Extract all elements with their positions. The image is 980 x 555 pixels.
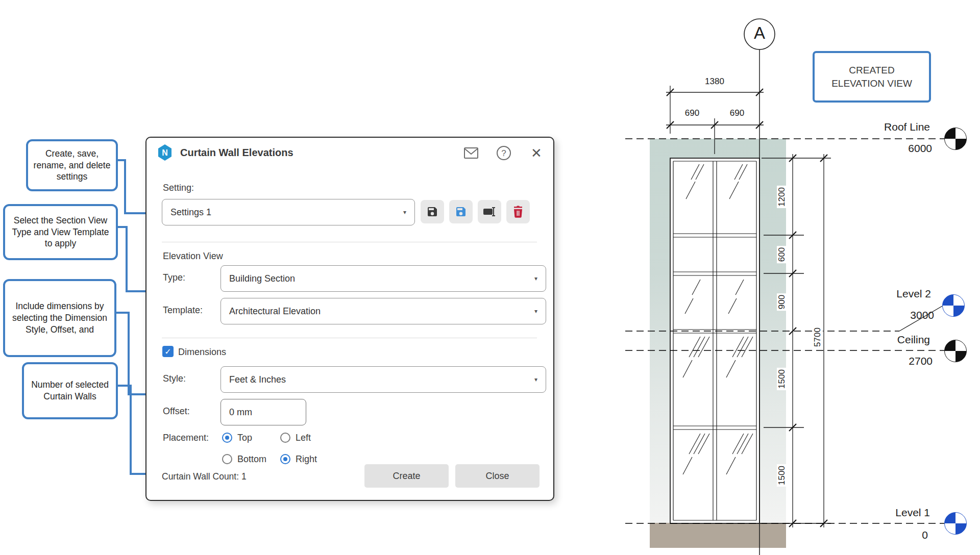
save-as-settings-button[interactable]: [449, 200, 473, 223]
placement-radio-left[interactable]: [280, 433, 290, 443]
callout-settings: Create, save, rename, and delete setting…: [26, 139, 118, 191]
placement-radio-left-label[interactable]: Left: [296, 433, 311, 443]
dim-segment-1500-lower: 1500: [777, 464, 787, 487]
dim-segment-1500-upper: 1500: [777, 368, 787, 390]
level-name-level2: Level 2: [860, 288, 931, 300]
setting-label: Setting:: [163, 183, 194, 193]
callout-view-type: Select the Section View Type and View Te…: [3, 204, 118, 260]
ground-strip: [650, 523, 786, 548]
level-name-level1: Level 1: [859, 507, 930, 519]
mail-icon[interactable]: [463, 145, 479, 161]
style-dropdown[interactable]: Feet & Inches ▾: [220, 366, 546, 393]
level-elevation-ceiling: 2700: [861, 355, 933, 367]
level-elevation-level2: 3000: [863, 309, 934, 321]
placement-radio-top[interactable]: [222, 433, 232, 443]
setting-dropdown-value: Settings 1: [170, 207, 211, 218]
svg-text:?: ?: [501, 148, 506, 158]
divider: [162, 242, 537, 242]
level-elevation-level1: 0: [856, 529, 928, 541]
chevron-down-icon: ▾: [534, 376, 537, 383]
help-icon[interactable]: ?: [496, 145, 512, 161]
level-marker-roof: [944, 128, 967, 150]
callout-settings-text: Create, save, rename, and delete setting…: [31, 148, 113, 183]
created-box-line2: ELEVATION VIEW: [831, 77, 912, 90]
chevron-down-icon: ▾: [534, 275, 537, 282]
created-box-line1: CREATED: [849, 64, 894, 77]
placement-radio-right-label[interactable]: Right: [296, 454, 317, 465]
close-icon[interactable]: ✕: [528, 145, 545, 161]
style-label: Style:: [163, 373, 186, 384]
callout-dimensions: Include dimensions by selecting the Dime…: [3, 279, 116, 357]
created-elevation-view-callout: CREATED ELEVATION VIEW: [813, 51, 931, 103]
svg-text:N: N: [162, 148, 168, 157]
type-dropdown[interactable]: Building Section ▾: [220, 265, 546, 292]
placement-label: Placement:: [163, 433, 209, 443]
level-name-roof: Roof Line: [859, 121, 930, 133]
style-dropdown-value: Feet & Inches: [229, 374, 286, 385]
dim-segment-600: 600: [777, 246, 787, 263]
level-marker-level1: [944, 512, 967, 535]
template-dropdown-value: Architectural Elevation: [229, 306, 321, 317]
rename-settings-button[interactable]: [478, 200, 501, 223]
callout-count: Number of selected Curtain Walls: [22, 362, 118, 419]
dim-right-bay: 690: [719, 108, 755, 118]
check-icon: ✓: [164, 347, 171, 357]
callout-count-text: Number of selected Curtain Walls: [27, 379, 113, 402]
chevron-down-icon: ▾: [534, 308, 537, 315]
placement-radio-right[interactable]: [280, 454, 290, 464]
placement-radio-bottom-label[interactable]: Bottom: [237, 454, 266, 465]
level-name-ceiling: Ceiling: [859, 334, 930, 346]
create-button[interactable]: Create: [364, 464, 449, 488]
dim-segment-1200: 1200: [777, 186, 787, 208]
callout-dimensions-text: Include dimensions by selecting the Dime…: [8, 300, 111, 335]
save-settings-button[interactable]: [421, 200, 444, 223]
dimensions-checkbox-label: Dimensions: [178, 347, 226, 358]
type-dropdown-value: Building Section: [229, 273, 295, 284]
placement-radio-bottom[interactable]: [222, 454, 232, 464]
dim-left-bay: 690: [674, 108, 710, 118]
offset-input[interactable]: 0 mm: [220, 399, 306, 425]
chevron-down-icon: ▾: [403, 209, 406, 216]
grid-bubble-label: A: [754, 23, 765, 43]
divider: [162, 338, 537, 338]
elevation-view-section-label: Elevation View: [163, 251, 223, 262]
level-marker-level2: [942, 294, 965, 317]
type-label: Type:: [163, 272, 185, 283]
callout-view-type-text: Select the Section View Type and View Te…: [8, 215, 113, 249]
curtain-wall-elevations-dialog: N Curtain Wall Elevations ? ✕ Setting: S…: [145, 137, 554, 501]
dim-overall-height: 5700: [813, 326, 823, 348]
delete-settings-button[interactable]: [506, 200, 530, 223]
dim-segment-900: 900: [777, 293, 787, 311]
dim-overall-width: 1380: [694, 77, 735, 87]
dialog-title: Curtain Wall Elevations: [180, 147, 293, 159]
level-marker-ceiling: [944, 340, 967, 362]
template-label: Template:: [163, 305, 203, 316]
offset-input-value: 0 mm: [229, 407, 252, 418]
naviate-logo-icon: N: [158, 144, 172, 161]
curtain-wall-count: Curtain Wall Count: 1: [162, 471, 247, 482]
level-elevation-roof: 6000: [861, 142, 932, 155]
offset-label: Offset:: [163, 406, 190, 417]
dimensions-checkbox[interactable]: ✓: [162, 346, 174, 357]
setting-dropdown[interactable]: Settings 1 ▾: [162, 199, 415, 225]
screenshot-canvas: A CREATED ELEVATION VIEW 1380 690 690 12…: [0, 0, 980, 555]
template-dropdown[interactable]: Architectural Elevation ▾: [220, 298, 546, 324]
placement-radio-top-label[interactable]: Top: [237, 433, 252, 443]
close-button[interactable]: Close: [455, 464, 540, 488]
